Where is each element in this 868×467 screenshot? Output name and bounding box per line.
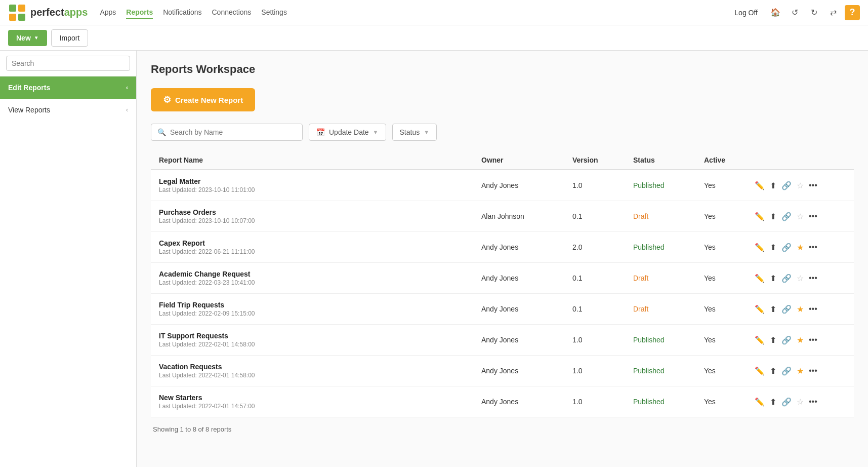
secondary-nav: New ▼ Import	[0, 25, 868, 51]
import-button[interactable]: Import	[51, 29, 89, 47]
table-row: Legal Matter Last Updated: 2023-10-10 11…	[151, 170, 854, 201]
more-icon[interactable]: •••	[809, 397, 817, 406]
create-icon: ⚙	[163, 94, 171, 105]
table-row: IT Support Requests Last Updated: 2022-0…	[151, 325, 854, 356]
edit-icon[interactable]: ✏️	[755, 212, 765, 221]
upload-icon[interactable]: ⬆	[770, 366, 776, 376]
link-icon[interactable]: 🔗	[781, 181, 792, 190]
main-content: Reports Workspace ⚙ Create New Report 🔍 …	[137, 51, 868, 467]
status-filter[interactable]: Status ▼	[392, 124, 437, 141]
report-active: Yes	[704, 336, 755, 344]
report-version: 1.0	[572, 367, 633, 375]
upload-icon[interactable]: ⬆	[770, 304, 776, 314]
nav-apps[interactable]: Apps	[100, 6, 116, 19]
star-icon[interactable]: ★	[797, 366, 804, 376]
report-owner: Andy Jones	[481, 274, 572, 282]
name-search-input[interactable]	[170, 128, 296, 136]
link-icon[interactable]: 🔗	[781, 335, 792, 345]
link-icon[interactable]: 🔗	[781, 243, 792, 252]
edit-icon[interactable]: ✏️	[755, 366, 765, 376]
report-active: Yes	[704, 181, 755, 189]
edit-icon[interactable]: ✏️	[755, 335, 765, 345]
star-icon[interactable]: ☆	[797, 274, 804, 283]
view-reports-chevron: ‹	[126, 106, 128, 113]
star-icon[interactable]: ☆	[797, 212, 804, 221]
upload-icon[interactable]: ⬆	[770, 212, 776, 221]
log-off-button[interactable]: Log Off	[734, 9, 758, 17]
help-icon[interactable]: ?	[845, 5, 860, 20]
logo-icon	[8, 4, 26, 22]
top-bar-left: perfectapps Apps Reports Notifications C…	[8, 4, 287, 22]
home-icon[interactable]: 🏠	[768, 5, 783, 20]
star-icon[interactable]: ☆	[797, 181, 804, 190]
nav-notifications[interactable]: Notifications	[163, 6, 201, 19]
edit-reports-chevron: ‹	[126, 84, 128, 91]
layout: Edit Reports ‹ View Reports ‹ Reports Wo…	[0, 51, 868, 467]
svg-rect-2	[9, 14, 16, 21]
link-icon[interactable]: 🔗	[781, 274, 792, 283]
sidebar-search-input[interactable]	[6, 56, 130, 71]
report-updated: Last Updated: 2022-02-01 14:58:00	[159, 372, 481, 379]
undo-icon[interactable]: ↺	[787, 5, 802, 20]
report-status: Published	[633, 336, 704, 344]
report-name: Academic Change Request	[159, 270, 481, 278]
reports-table: Legal Matter Last Updated: 2023-10-10 11…	[151, 170, 854, 417]
upload-icon[interactable]: ⬆	[770, 274, 776, 283]
report-owner: Andy Jones	[481, 367, 572, 375]
more-icon[interactable]: •••	[809, 274, 817, 283]
more-icon[interactable]: •••	[809, 243, 817, 252]
nav-connections[interactable]: Connections	[212, 6, 251, 19]
nav-settings[interactable]: Settings	[261, 6, 287, 19]
report-status: Draft	[633, 305, 704, 313]
star-icon[interactable]: ★	[797, 304, 804, 314]
report-name: IT Support Requests	[159, 332, 481, 340]
sync-icon[interactable]: ⇄	[825, 5, 841, 20]
table-row: Field Trip Requests Last Updated: 2022-0…	[151, 294, 854, 325]
report-active: Yes	[704, 398, 755, 406]
edit-icon[interactable]: ✏️	[755, 274, 765, 283]
nav-reports[interactable]: Reports	[126, 6, 153, 19]
create-new-report-button[interactable]: ⚙ Create New Report	[151, 88, 255, 111]
report-version: 2.0	[572, 243, 633, 251]
svg-rect-3	[18, 14, 25, 21]
row-actions: ✏️ ⬆ 🔗 ★ •••	[755, 335, 846, 345]
edit-icon[interactable]: ✏️	[755, 397, 765, 407]
upload-icon[interactable]: ⬆	[770, 335, 776, 345]
report-version: 0.1	[572, 305, 633, 313]
date-filter-chevron: ▼	[373, 129, 379, 135]
more-icon[interactable]: •••	[809, 335, 817, 344]
sidebar-item-edit-reports[interactable]: Edit Reports ‹	[0, 76, 136, 99]
logo: perfectapps	[8, 4, 88, 22]
svg-rect-1	[18, 5, 25, 12]
sidebar: Edit Reports ‹ View Reports ‹	[0, 51, 137, 467]
report-name: Legal Matter	[159, 177, 481, 185]
link-icon[interactable]: 🔗	[781, 366, 792, 376]
upload-icon[interactable]: ⬆	[770, 397, 776, 407]
star-icon[interactable]: ☆	[797, 397, 804, 407]
edit-icon[interactable]: ✏️	[755, 181, 765, 190]
link-icon[interactable]: 🔗	[781, 212, 792, 221]
row-actions: ✏️ ⬆ 🔗 ☆ •••	[755, 181, 846, 190]
sidebar-item-view-reports[interactable]: View Reports ‹	[0, 99, 136, 121]
star-icon[interactable]: ★	[797, 243, 804, 252]
link-icon[interactable]: 🔗	[781, 304, 792, 314]
upload-icon[interactable]: ⬆	[770, 181, 776, 190]
report-name-cell: New Starters Last Updated: 2022-02-01 14…	[159, 394, 481, 410]
edit-icon[interactable]: ✏️	[755, 304, 765, 314]
update-date-filter[interactable]: 📅 Update Date ▼	[309, 124, 386, 141]
link-icon[interactable]: 🔗	[781, 397, 792, 407]
more-icon[interactable]: •••	[809, 304, 817, 314]
refresh-icon[interactable]: ↻	[806, 5, 821, 20]
report-name-cell: Capex Report Last Updated: 2022-06-21 11…	[159, 239, 481, 255]
report-updated: Last Updated: 2023-10-10 11:01:00	[159, 186, 481, 193]
more-icon[interactable]: •••	[809, 366, 817, 375]
status-filter-chevron: ▼	[424, 129, 429, 135]
edit-icon[interactable]: ✏️	[755, 243, 765, 252]
row-actions: ✏️ ⬆ 🔗 ☆ •••	[755, 212, 846, 221]
upload-icon[interactable]: ⬆	[770, 243, 776, 252]
star-icon[interactable]: ★	[797, 335, 804, 345]
report-active: Yes	[704, 305, 755, 313]
more-icon[interactable]: •••	[809, 181, 817, 190]
more-icon[interactable]: •••	[809, 212, 817, 221]
new-button[interactable]: New ▼	[8, 30, 47, 46]
